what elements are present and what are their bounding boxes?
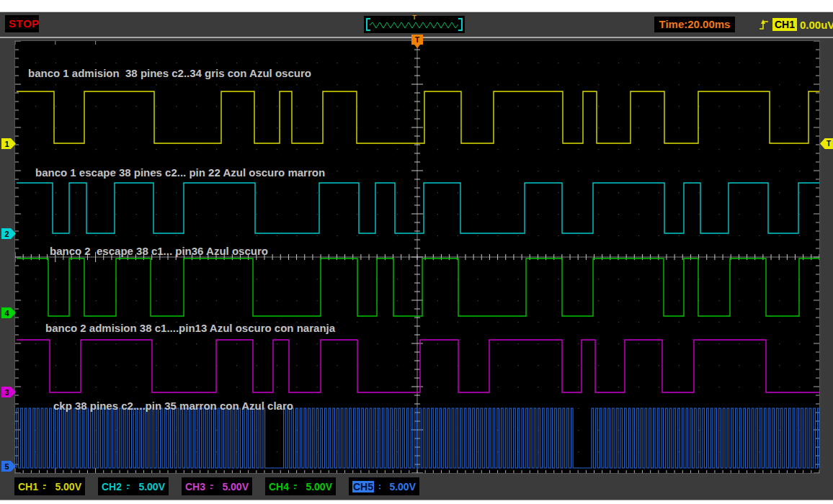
- channel-volts-per-div: 5.00V: [138, 481, 165, 492]
- dc-coupling-icon: [378, 483, 380, 490]
- trigger-source-chip[interactable]: CH1: [772, 18, 797, 31]
- trigger-level-label: T: [827, 140, 831, 148]
- ch2-trace: [17, 183, 819, 233]
- trigger-position-preview[interactable]: T: [364, 16, 465, 33]
- rising-edge-trigger-icon: [758, 18, 770, 31]
- channel-readout-ch5[interactable]: CH55.00V: [349, 477, 419, 495]
- trigger-level-indicator[interactable]: T: [820, 138, 833, 149]
- ch4-trace: [17, 258, 819, 316]
- waveform-annotation: banco 1 admision 38 pines c2..34 gris co…: [28, 67, 311, 79]
- dc-coupling-icon: [293, 483, 297, 490]
- preview-trigger-marker: T: [412, 14, 416, 21]
- channel-3-position-marker[interactable]: 3: [1, 387, 16, 397]
- channel-name-label: CH4: [269, 481, 289, 492]
- waveform-annotation: banco 2 escape 38 c1... pin36 Azul oscur…: [50, 245, 268, 257]
- waveform-display: banco 1 admision 38 pines c2..34 gris co…: [14, 40, 820, 474]
- trigger-info: CH1 0.00uV: [758, 16, 833, 33]
- channel-name-label: CH5: [352, 481, 374, 492]
- channel-readout-ch3[interactable]: CH35.00V: [182, 477, 252, 495]
- ch1-trace: [17, 91, 819, 143]
- waveform-annotation: banco 1 escape 38 pines c2... pin 22 Azu…: [35, 166, 325, 179]
- ch3-trace: [17, 340, 819, 392]
- channel-volts-per-div: 5.00V: [222, 481, 249, 492]
- timebase-readout: Time:20.00ms: [654, 17, 735, 32]
- trigger-position-pointer: [414, 45, 420, 48]
- channel-5-position-marker[interactable]: 5: [1, 461, 16, 472]
- channel-1-position-marker[interactable]: 1: [1, 138, 16, 149]
- channel-volts-per-div: 5.00V: [306, 481, 332, 492]
- channel-status-bar: CH15.00VCH25.00VCH35.00VCH45.00VCH55.00V: [0, 475, 833, 499]
- channel-name-label: CH3: [185, 481, 205, 492]
- channel-2-position-marker[interactable]: 2: [1, 228, 16, 239]
- channel-readout-ch1[interactable]: CH15.00V: [14, 477, 85, 495]
- run-state-button[interactable]: STOP: [5, 15, 39, 32]
- channel-readout-ch2[interactable]: CH25.00V: [98, 477, 169, 495]
- waveform-annotation: banco 2 admision 38 c1....pin13 Azul osc…: [45, 322, 335, 334]
- trigger-position-label: T: [415, 36, 419, 44]
- dc-coupling-icon: [125, 483, 130, 490]
- channel-name-label: CH1: [18, 481, 38, 492]
- oscilloscope-app: STOP T Time:20.00ms CH1 0.00uV banco 1 a…: [0, 12, 833, 500]
- channel-name-label: CH2: [102, 481, 122, 492]
- dc-coupling-icon: [42, 483, 46, 490]
- channel-4-position-marker[interactable]: 4: [1, 307, 16, 318]
- channel-volts-per-div: 5.00V: [389, 481, 416, 492]
- dc-coupling-icon: [209, 483, 213, 490]
- waveform-annotation: ckp 38 pines c2....pin 35 marron con Azu…: [53, 400, 293, 412]
- channel-readout-ch4[interactable]: CH45.00V: [265, 477, 336, 495]
- channel-volts-per-div: 5.00V: [55, 481, 81, 492]
- trigger-level-readout: 0.00uV: [800, 19, 833, 31]
- trigger-position-indicator[interactable]: T: [411, 35, 423, 45]
